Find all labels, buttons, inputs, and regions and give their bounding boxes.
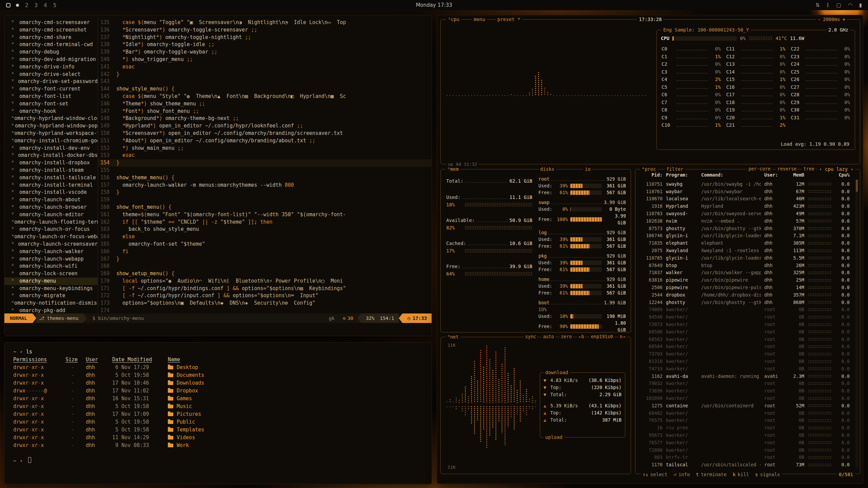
code-pane[interactable]: 135 case $(menu "Toggle" "▣ Screensaver\… [98, 18, 432, 313]
code-line[interactable]: 171 [ -f ~/.config/hypr/bindings.conf ] … [98, 285, 432, 292]
proc-header-cell[interactable]: Cpu% [835, 172, 850, 178]
file-item[interactable]: *omarchy-hook [11, 108, 98, 115]
code-line[interactable]: 154} [98, 159, 432, 167]
file-item[interactable]: *omarchy-hyprland-workspace-toggle [11, 130, 98, 137]
process-row[interactable]: 2075XwaylandXwayland :1 -rootless -dhh11… [637, 247, 853, 254]
dir-name[interactable]: Work [168, 442, 432, 449]
process-row[interactable]: 76575kworker/root0B0.0 [637, 417, 853, 424]
file-item[interactable]: *omarchy-dev-add-migration [11, 56, 98, 63]
proc-action-kill[interactable]: kkill [733, 472, 749, 477]
prompt-line-2[interactable]: ~ › [13, 457, 432, 465]
proc-option-reverse[interactable]: reverse [776, 166, 798, 171]
file-item[interactable]: *omarchy-lock-screen [11, 270, 98, 278]
file-item[interactable]: *omarchy-menu [4, 278, 98, 285]
file-item[interactable]: *omarchy-launch-floating-terminal- [11, 219, 98, 226]
file-item[interactable]: *omarchy-install-steam [11, 167, 98, 174]
dir-name[interactable]: Templates [168, 426, 432, 434]
dir-name[interactable]: Music [168, 403, 432, 410]
file-item[interactable]: *omarchy-font-list [11, 93, 98, 100]
proc-header-cell[interactable] [808, 172, 832, 178]
process-row[interactable]: 2544dropbox/home/dhh/.dropbox-distdhh357… [637, 291, 853, 299]
process-row[interactable]: 81310kworker/root0B0.0 [637, 358, 853, 365]
process-row[interactable]: 1275containe/usr/bin/containerdroot52M0.… [637, 402, 853, 409]
net-control-←b[interactable]: ←b [577, 334, 585, 339]
workspace-5[interactable]: 5 [53, 2, 57, 8]
file-item[interactable]: *omarchy-migrate [11, 292, 98, 300]
file-item[interactable]: *omarchy-debug [11, 48, 98, 56]
tab-cpu[interactable]: ¹cpu [446, 16, 461, 23]
code-line[interactable]: 140 *) show_trigger_menu ;; [98, 56, 432, 63]
file-item[interactable]: *omarchy-notification-dismiss [11, 300, 98, 307]
process-row[interactable]: 95673kworker/root0B0.0 [637, 431, 853, 439]
code-line[interactable]: 168 [98, 263, 432, 270]
preset-button[interactable]: preset * [496, 16, 522, 23]
file-item[interactable]: *omarchy-launch-editor [11, 211, 98, 219]
tab-proc[interactable]: ⁴proc [640, 166, 658, 172]
file-item[interactable]: *omarchy-hyprland-window-close-all [11, 115, 98, 122]
process-row[interactable]: 1916HyprlandHyprlanddhh423M0.0 [637, 202, 853, 210]
code-line[interactable]: 170 local options="◉ Audio\n◠ Wifi\nᛒ Bl… [98, 278, 432, 285]
tab-mem[interactable]: ²mem [446, 166, 460, 172]
process-row[interactable]: 12244ghostty/usr/bin/ghostty --gtk-dhh86… [637, 299, 853, 306]
file-item[interactable]: *omarchy-launch-or-focus-webapp [11, 233, 98, 241]
file-item[interactable]: *omarchy-cmd-terminal-cwd [11, 41, 98, 48]
process-row[interactable]: 68583kworker/root0B0.0 [637, 336, 853, 343]
file-item[interactable]: *omarchy-launch-screensaver [11, 241, 98, 248]
code-line[interactable]: 145 case $(menu "Style" "◍ Theme\n▲ Font… [98, 93, 432, 100]
code-line[interactable]: 167} [98, 256, 432, 263]
process-row[interactable]: 87649btopbtopdhh26M0.0 [637, 262, 853, 269]
bluetooth-icon[interactable]: ᛒ [826, 2, 829, 8]
file-item[interactable]: *omarchy-launch-webapp [11, 256, 98, 263]
proc-action-terminate[interactable]: tterminate [696, 472, 727, 477]
file-item[interactable]: *omarchy-install-vscode [11, 189, 98, 196]
process-row[interactable]: 79032kworker/root0B0.0 [637, 380, 853, 387]
code-line[interactable]: 161 theme=$(menu "Font" "$(omarchy-font-… [98, 211, 432, 219]
code-line[interactable]: 137 *Nightlight*) omarchy-toggle-nightli… [98, 34, 432, 41]
code-line[interactable]: 173 options="$options\n▣ Defaults\n◆ DNS… [98, 300, 432, 307]
code-line[interactable]: 172 [ -f ~/.config/hypr/input.conf ] && … [98, 292, 432, 300]
code-line[interactable]: 166 fi [98, 248, 432, 256]
code-line[interactable]: 156show_theme_menu() { [98, 174, 432, 182]
code-line[interactable]: 147 *Font*) show_font_menu ;; [98, 108, 432, 115]
file-item[interactable]: *omarchy-pkg-add [11, 307, 98, 313]
code-line[interactable]: 174 [98, 307, 432, 313]
process-row[interactable]: 1162avahi-daavahi-daemon: running [avahi… [637, 372, 853, 380]
net-control-zero[interactable]: zero [559, 334, 573, 339]
code-line[interactable]: 142} [98, 71, 432, 78]
file-list[interactable]: *omarchy-cmd-screensaver*omarchy-cmd-scr… [4, 18, 98, 313]
process-row[interactable]: 803btrfs-trroot0B0.0 [637, 453, 853, 461]
net-control-n→[interactable]: n→ [618, 334, 627, 339]
workspace-2[interactable]: 2 [25, 2, 28, 8]
tab-net[interactable]: ³net [446, 334, 460, 340]
code-line[interactable]: 143 [98, 78, 432, 85]
file-item[interactable]: *omarchy-font-set [11, 100, 98, 108]
file-item[interactable]: *omarchy-drive-set-password [11, 78, 98, 85]
dir-name[interactable]: Videos [168, 434, 432, 442]
workspace-2-icon[interactable] [16, 4, 19, 7]
file-item[interactable]: *omarchy-launch-browser [11, 204, 98, 211]
file-item[interactable]: *omarchy-install-dropbox [11, 159, 98, 167]
sort-control[interactable]: ‹ cpu lazy › [817, 166, 855, 172]
topbar-clock[interactable]: Monday 17:33 [416, 2, 452, 8]
file-item[interactable]: *omarchy-launch-walker [11, 248, 98, 256]
code-line[interactable]: 138 *Idle*) omarchy-toggle-idle ;; [98, 41, 432, 48]
file-item[interactable]: *omarchy-launch-or-focus [11, 226, 98, 233]
file-item[interactable]: *omarchy-install-dev-env [11, 145, 98, 152]
dir-name[interactable]: Desktop [168, 364, 432, 371]
terminal-window[interactable]: ~ › ls Permissions Size User Date Modifi… [4, 342, 432, 484]
process-row[interactable]: 1170tailscal/usr/sbin/tailscaled --root7… [637, 461, 853, 468]
code-line[interactable]: 165 omarchy-font-set "$theme" [98, 241, 432, 248]
code-line[interactable]: 146 *Theme*) show_theme_menu ;; [98, 100, 432, 108]
filter-button[interactable]: filter [665, 166, 685, 172]
dir-name[interactable]: Games [168, 395, 432, 403]
code-line[interactable]: 155 [98, 167, 432, 174]
process-row[interactable]: 2506pipewire/usr/bin/pipewire-pulsedhh14… [637, 284, 853, 291]
file-item[interactable]: *omarchy-menu-keybindings [11, 285, 98, 292]
dir-name[interactable]: Public [168, 418, 432, 426]
process-row[interactable]: 76577kworker/root0B0.0 [637, 439, 853, 446]
dir-name[interactable]: Documents [168, 371, 432, 379]
code-line[interactable]: 160show_font_menu() { [98, 204, 432, 211]
network-arrows-icon[interactable]: ⇅ [815, 2, 820, 8]
code-line[interactable]: 152 *) show_main_menu ;; [98, 145, 432, 152]
code-line[interactable]: 159 [98, 196, 432, 204]
